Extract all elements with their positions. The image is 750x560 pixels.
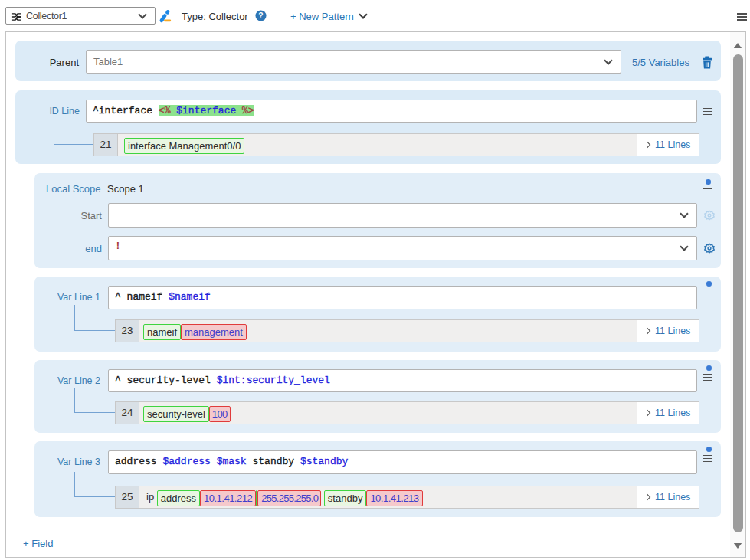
svg-text:?: ? <box>258 11 263 20</box>
